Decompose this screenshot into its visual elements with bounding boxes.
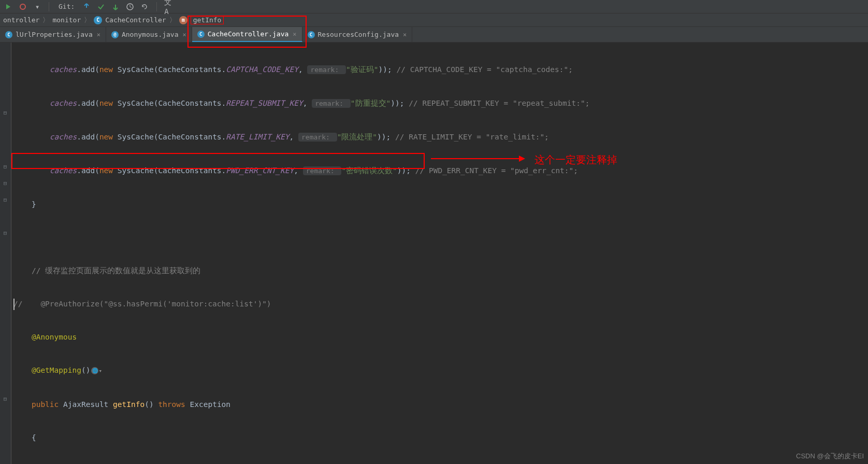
url-mapping-icon[interactable]: 🌐 (91, 367, 98, 374)
tab-label: lUrlProperties.java (16, 31, 93, 38)
breadcrumb-item[interactable]: monitor (52, 16, 81, 24)
close-icon[interactable]: × (293, 31, 296, 38)
code-area[interactable]: caches.add(new SysCache(CacheConstants.C… (11, 43, 868, 464)
breadcrumb-separator: 〉 (169, 16, 176, 25)
git-history-icon[interactable] (125, 2, 135, 11)
annotation-text: 这个一定要注释掉 (534, 151, 617, 168)
git-rollback-icon[interactable] (140, 2, 149, 11)
editor-caret (13, 299, 15, 310)
tab-cachecontroller[interactable]: C CacheController.java × (192, 27, 302, 42)
watermark: CSDN @会飞的皮卡EI (796, 452, 864, 461)
editor-tabs: C lUrlProperties.java × @ Anonymous.java… (0, 27, 868, 43)
annotation-icon: @ (111, 31, 119, 38)
tab-label: Anonymous.java (122, 31, 179, 38)
separator (156, 2, 157, 11)
java-class-icon: C (197, 31, 205, 38)
fold-icon[interactable]: ⊟ (2, 109, 9, 116)
method-icon: m (179, 16, 187, 24)
tab-anonymous[interactable]: @ Anonymous.java × (106, 27, 192, 42)
git-label: Git: (59, 3, 75, 10)
breadcrumb-separator: 〉 (84, 16, 91, 25)
breadcrumb-separator: 〉 (42, 16, 49, 25)
annotation-arrow (431, 156, 525, 162)
fold-icon[interactable]: ⊟ (2, 395, 9, 402)
close-icon[interactable]: × (403, 31, 407, 38)
separator (49, 2, 49, 11)
code-editor[interactable]: ⊟ ⊟ ⊟ ⊟ ⊟ ⊟ caches.add(new SysCache(Cach… (0, 43, 868, 464)
fold-icon[interactable]: ⊟ (2, 179, 9, 187)
fold-icon[interactable]: ⊟ (2, 229, 9, 236)
breadcrumb-item-current[interactable]: getInfo (191, 16, 224, 24)
breadcrumb-item[interactable]: CacheController (105, 16, 166, 24)
tab-urlproperties[interactable]: C lUrlProperties.java × (0, 27, 106, 42)
tab-label: ResourcesConfig.java (318, 31, 399, 38)
breadcrumb-item[interactable]: ontroller (3, 16, 39, 24)
close-icon[interactable]: × (183, 31, 186, 38)
tab-resourcesconfig[interactable]: C ResourcesConfig.java × (302, 27, 413, 42)
svg-point-0 (20, 4, 25, 9)
breadcrumb-bar: ontroller 〉 monitor 〉 C CacheController … (0, 13, 868, 27)
git-push-icon[interactable] (111, 2, 120, 11)
close-icon[interactable]: × (97, 31, 100, 38)
stop-icon[interactable] (18, 2, 28, 12)
translate-icon[interactable]: 文A (164, 2, 173, 11)
fold-icon[interactable]: ⊟ (2, 196, 9, 203)
git-update-icon[interactable] (82, 2, 91, 11)
class-icon: C (94, 16, 102, 24)
dropdown-icon[interactable]: ▾ (32, 2, 42, 12)
main-toolbar: ▾ Git: 文A (0, 0, 868, 13)
java-class-icon: C (5, 31, 12, 38)
git-commit-icon[interactable] (96, 2, 106, 11)
debug-icon[interactable] (3, 2, 13, 12)
fold-icon[interactable]: ⊟ (2, 163, 9, 170)
editor-gutter: ⊟ ⊟ ⊟ ⊟ ⊟ ⊟ (0, 43, 11, 464)
java-class-icon: C (308, 31, 315, 38)
tab-label: CacheController.java (208, 30, 289, 38)
